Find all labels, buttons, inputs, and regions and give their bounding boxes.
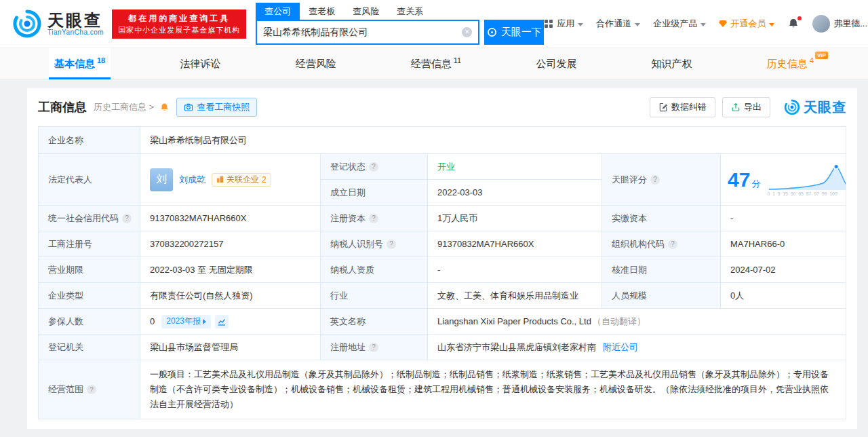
vip-gem-icon [719, 20, 727, 28]
menu-enterprise-products[interactable]: 企业级产品 [653, 18, 706, 30]
history-info-link[interactable]: 历史工商信息 > [94, 101, 154, 113]
tianyancha-logo-icon [12, 9, 42, 39]
snapshot-button-label: 查看工商快照 [197, 101, 250, 113]
search-button[interactable]: 天眼一下 [484, 20, 544, 45]
search-tab-risk[interactable]: 查风险 [344, 3, 388, 20]
tab-label: 经营风险 [296, 58, 336, 71]
tab-label: 基本信息 [54, 58, 95, 71]
search-tab-company[interactable]: 查公司 [256, 3, 300, 20]
eye-icon [487, 27, 497, 37]
menu-open-vip[interactable]: 开通会员 [719, 18, 774, 30]
help-icon[interactable] [387, 240, 396, 249]
tab-legal-litigation[interactable]: 法律诉讼 [174, 48, 226, 79]
score-distribution-chart [766, 162, 846, 191]
reminder-bell[interactable] [159, 102, 170, 113]
score-axis-ticks: 013155065879799100 [766, 191, 839, 197]
tab-company-development[interactable]: 公司发展 [530, 48, 582, 79]
user-name: 弗里德... [833, 18, 867, 30]
tab-operating-risk[interactable]: 经营风险 [290, 48, 342, 79]
tab-basic-info[interactable]: 基本信息 18 [49, 48, 111, 79]
promo-banner: 都在用的商业查询工具 国家中小企业发展子基金旗下机构 [112, 10, 246, 39]
company-nav-tabs: 基本信息 18 法律诉讼 经营风险 经营信息 11 公司发展 知识产权 历史信息… [0, 48, 868, 80]
tab-label: 法律诉讼 [180, 58, 220, 71]
apps-grid-icon [544, 19, 553, 28]
related-badge-label: 关联企业 [226, 174, 259, 185]
value-legal-rep: 刘 刘成乾 关联企业 2 [140, 154, 321, 206]
help-icon[interactable] [369, 162, 378, 172]
value-tianyan-score[interactable]: 47分 013155065879799100 [721, 154, 846, 206]
chevron-down-icon [769, 23, 774, 26]
legal-rep-avatar[interactable]: 刘 [150, 168, 173, 191]
label-paid-capital: 实缴资本 [602, 206, 721, 231]
label-insured-count: 参保人数 [39, 309, 140, 335]
value-staff-size: 0人 [721, 283, 846, 309]
arrow-right-icon [203, 319, 206, 324]
menu-apps[interactable]: 应用 [544, 18, 583, 30]
clear-search-icon[interactable] [462, 27, 472, 37]
value-paid-capital: - [721, 206, 846, 231]
help-icon[interactable] [650, 175, 660, 185]
help-icon[interactable] [668, 240, 677, 249]
label-org-code: 组织机构代码 [602, 231, 721, 257]
chevron-down-icon [701, 23, 706, 26]
score-number: 47 [728, 168, 750, 191]
label-reg-address: 注册地址 [321, 335, 428, 360]
search-tab-boss[interactable]: 查老板 [300, 3, 344, 20]
help-icon[interactable] [369, 214, 378, 223]
value-taxpayer-quality: - [428, 257, 602, 283]
watermark-logo-icon [784, 99, 800, 115]
legal-rep-link[interactable]: 刘成乾 [179, 174, 205, 186]
search-input[interactable] [263, 27, 462, 38]
nearby-companies-link[interactable]: 附近公司 [603, 341, 638, 354]
value-english-name: Liangshan Xixi Paper Products Co., Ltd （… [428, 309, 846, 335]
tab-business-info[interactable]: 经营信息 11 [406, 48, 467, 79]
annual-report-badge[interactable]: 2023年报 [161, 315, 211, 328]
user-menu[interactable]: 弗里德... [812, 15, 868, 33]
menu-enterprise-label: 企业级产品 [653, 18, 697, 30]
tab-history-info[interactable]: 历史信息 4 VIP [762, 48, 819, 79]
menu-cooperation[interactable]: 合作通道 [596, 18, 640, 30]
label-english-name: 英文名称 [321, 309, 428, 335]
label-staff-size: 人员规模 [602, 283, 721, 309]
search-tab-relation[interactable]: 查关系 [388, 3, 432, 20]
snapshot-button[interactable]: 查看工商快照 [176, 98, 257, 117]
user-avatar [812, 15, 830, 33]
related-companies-badge[interactable]: 关联企业 2 [212, 173, 271, 187]
label-company-type: 企业类型 [39, 283, 140, 309]
menu-cooperation-label: 合作通道 [596, 18, 631, 30]
help-icon[interactable] [122, 214, 132, 223]
label-company-name: 企业名称 [39, 127, 140, 154]
label-establish-date: 成立日期 [321, 180, 428, 206]
value-reg-capital: 1万人民币 [428, 206, 602, 231]
tab-intellectual-property[interactable]: 知识产权 [646, 48, 698, 79]
notification-bell[interactable] [787, 18, 800, 30]
reminder-bell-icon [159, 102, 170, 113]
label-approve-date: 核准日期 [602, 257, 721, 283]
menu-vip-label: 开通会员 [730, 18, 766, 30]
search-area: 查公司 查老板 查风险 查关系 天眼一下 [256, 3, 544, 45]
score-chart: 013155065879799100 [766, 162, 839, 197]
value-reg-address: 山东省济宁市梁山县黑虎庙镇刘老家村南 附近公司 [428, 335, 846, 360]
value-credit-code: 91370832MA7HAR660X [140, 206, 321, 231]
annual-report-chart-button[interactable] [215, 315, 229, 328]
value-reg-number: 370832200272157 [140, 231, 321, 257]
logo-domain: TianYanCha.com [47, 28, 104, 36]
chevron-down-icon [635, 23, 640, 26]
score-unit: 分 [751, 178, 760, 189]
value-reg-authority: 梁山县市场监督管理局 [140, 335, 321, 360]
label-tianyan-score: 天眼评分 [602, 154, 721, 206]
tianyancha-logo[interactable]: 天眼查 TianYanCha.com [12, 9, 104, 39]
value-business-term: 2022-03-03 至 无固定期限 [140, 257, 321, 283]
label-business-scope: 经营范围 [39, 360, 140, 419]
label-taxpayer-quality: 纳税人资质 [321, 257, 428, 283]
help-icon[interactable] [369, 343, 378, 352]
data-correction-button[interactable]: 数据纠错 [650, 97, 715, 117]
value-company-name: 梁山希希纸制品有限公司 [140, 127, 846, 154]
data-correction-label: 数据纠错 [671, 101, 707, 113]
export-button[interactable]: 导出 [722, 97, 770, 117]
value-org-code: MA7HAR66-0 [721, 231, 846, 257]
value-business-scope: 一般项目：工艺美术品及礼仪用品制造（象牙及其制品除外）；纸制品制造；纸制品销售；… [140, 360, 846, 419]
help-icon[interactable] [87, 385, 96, 394]
vip-tag: VIP [815, 52, 828, 59]
value-establish-date: 2022-03-03 [428, 180, 602, 206]
